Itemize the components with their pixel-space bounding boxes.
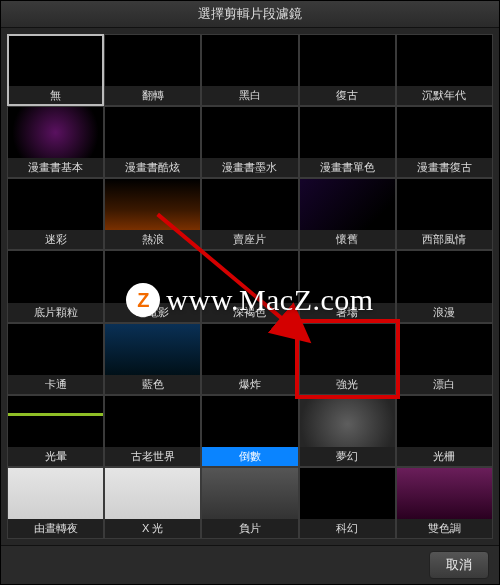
filter-picker-window: 選擇剪輯片段濾鏡 無翻轉黑白復古沉默年代漫畫書基本漫畫書酷炫漫畫書墨水漫畫書單色… bbox=[0, 0, 500, 585]
filter-grid-wrap: 無翻轉黑白復古沉默年代漫畫書基本漫畫書酷炫漫畫書墨水漫畫書單色漫畫書復古迷彩熱浪… bbox=[1, 28, 499, 545]
filter-cell[interactable]: 深褐色 bbox=[201, 250, 298, 322]
filter-label: 負片 bbox=[202, 519, 297, 538]
filter-cell[interactable]: 熱浪 bbox=[104, 178, 201, 250]
filter-label: 藍色 bbox=[105, 375, 200, 394]
filter-label: 西部風情 bbox=[397, 230, 492, 249]
filter-label: 翻轉 bbox=[105, 86, 200, 105]
filter-preview bbox=[202, 396, 297, 447]
filter-preview bbox=[105, 468, 200, 519]
filter-label: 沉默年代 bbox=[397, 86, 492, 105]
filter-cell[interactable]: 負片 bbox=[201, 467, 298, 539]
filter-label: 底片顆粒 bbox=[8, 303, 103, 322]
filter-cell[interactable]: 暑場 bbox=[299, 250, 396, 322]
filter-label: 漫畫書復古 bbox=[397, 158, 492, 177]
filter-cell[interactable]: 復古 bbox=[299, 34, 396, 106]
filter-cell[interactable]: 光暈 bbox=[7, 395, 104, 467]
filter-cell[interactable]: 老電影 bbox=[104, 250, 201, 322]
window-title: 選擇剪輯片段濾鏡 bbox=[1, 1, 499, 28]
filter-label: 科幻 bbox=[300, 519, 395, 538]
filter-preview bbox=[300, 468, 395, 519]
filter-cell[interactable]: 古老世界 bbox=[104, 395, 201, 467]
filter-label: 夢幻 bbox=[300, 447, 395, 466]
filter-cell[interactable]: X 光 bbox=[104, 467, 201, 539]
filter-grid: 無翻轉黑白復古沉默年代漫畫書基本漫畫書酷炫漫畫書墨水漫畫書單色漫畫書復古迷彩熱浪… bbox=[7, 34, 493, 539]
filter-cell[interactable]: 漫畫書基本 bbox=[7, 106, 104, 178]
filter-label: 老電影 bbox=[105, 303, 200, 322]
filter-cell[interactable]: 賣座片 bbox=[201, 178, 298, 250]
filter-cell[interactable]: 漫畫書酷炫 bbox=[104, 106, 201, 178]
filter-label: 黑白 bbox=[202, 86, 297, 105]
filter-label: 強光 bbox=[300, 375, 395, 394]
filter-preview bbox=[202, 35, 297, 86]
filter-cell[interactable]: 科幻 bbox=[299, 467, 396, 539]
filter-cell[interactable]: 底片顆粒 bbox=[7, 250, 104, 322]
filter-preview bbox=[8, 396, 103, 447]
filter-cell[interactable]: 光柵 bbox=[396, 395, 493, 467]
filter-cell[interactable]: 夢幻 bbox=[299, 395, 396, 467]
filter-preview bbox=[8, 179, 103, 230]
filter-label: 賣座片 bbox=[202, 230, 297, 249]
filter-cell[interactable]: 漂白 bbox=[396, 323, 493, 395]
filter-label: 漂白 bbox=[397, 375, 492, 394]
filter-label: 暑場 bbox=[300, 303, 395, 322]
filter-preview bbox=[300, 179, 395, 230]
filter-preview bbox=[397, 468, 492, 519]
filter-cell[interactable]: 由晝轉夜 bbox=[7, 467, 104, 539]
filter-cell[interactable]: 倒數 bbox=[201, 395, 298, 467]
filter-preview bbox=[300, 251, 395, 302]
filter-preview bbox=[8, 468, 103, 519]
filter-label: 漫畫書單色 bbox=[300, 158, 395, 177]
filter-label: 爆炸 bbox=[202, 375, 297, 394]
filter-preview bbox=[8, 324, 103, 375]
filter-preview bbox=[397, 396, 492, 447]
filter-cell[interactable]: 無 bbox=[7, 34, 104, 106]
filter-label: 卡通 bbox=[8, 375, 103, 394]
filter-cell[interactable]: 西部風情 bbox=[396, 178, 493, 250]
filter-label: 浪漫 bbox=[397, 303, 492, 322]
filter-label: 深褐色 bbox=[202, 303, 297, 322]
filter-label: X 光 bbox=[105, 519, 200, 538]
filter-cell[interactable]: 卡通 bbox=[7, 323, 104, 395]
filter-preview bbox=[300, 324, 395, 375]
filter-preview bbox=[202, 179, 297, 230]
filter-preview bbox=[397, 35, 492, 86]
filter-label: 由晝轉夜 bbox=[8, 519, 103, 538]
filter-cell[interactable]: 雙色調 bbox=[396, 467, 493, 539]
filter-preview bbox=[300, 396, 395, 447]
filter-preview bbox=[397, 324, 492, 375]
filter-preview bbox=[105, 35, 200, 86]
filter-label: 懷舊 bbox=[300, 230, 395, 249]
filter-cell[interactable]: 懷舊 bbox=[299, 178, 396, 250]
filter-label: 倒數 bbox=[202, 447, 297, 466]
filter-cell[interactable]: 漫畫書單色 bbox=[299, 106, 396, 178]
filter-preview bbox=[105, 251, 200, 302]
filter-preview bbox=[105, 324, 200, 375]
filter-preview bbox=[397, 107, 492, 158]
filter-cell[interactable]: 漫畫書復古 bbox=[396, 106, 493, 178]
cancel-button[interactable]: 取消 bbox=[429, 551, 489, 579]
filter-cell[interactable]: 沉默年代 bbox=[396, 34, 493, 106]
dialog-footer: 取消 bbox=[1, 545, 499, 584]
filter-cell[interactable]: 迷彩 bbox=[7, 178, 104, 250]
filter-preview bbox=[300, 35, 395, 86]
filter-cell[interactable]: 浪漫 bbox=[396, 250, 493, 322]
filter-cell[interactable]: 漫畫書墨水 bbox=[201, 106, 298, 178]
filter-preview bbox=[202, 107, 297, 158]
filter-label: 古老世界 bbox=[105, 447, 200, 466]
filter-cell[interactable]: 爆炸 bbox=[201, 323, 298, 395]
filter-preview bbox=[105, 179, 200, 230]
filter-preview bbox=[8, 107, 103, 158]
filter-preview bbox=[300, 107, 395, 158]
filter-cell[interactable]: 強光 bbox=[299, 323, 396, 395]
filter-preview bbox=[202, 468, 297, 519]
filter-preview bbox=[397, 179, 492, 230]
filter-cell[interactable]: 藍色 bbox=[104, 323, 201, 395]
filter-preview bbox=[105, 396, 200, 447]
filter-label: 漫畫書墨水 bbox=[202, 158, 297, 177]
filter-cell[interactable]: 黑白 bbox=[201, 34, 298, 106]
filter-label: 無 bbox=[8, 86, 103, 105]
filter-label: 迷彩 bbox=[8, 230, 103, 249]
filter-label: 光柵 bbox=[397, 447, 492, 466]
filter-preview bbox=[8, 35, 103, 86]
filter-cell[interactable]: 翻轉 bbox=[104, 34, 201, 106]
